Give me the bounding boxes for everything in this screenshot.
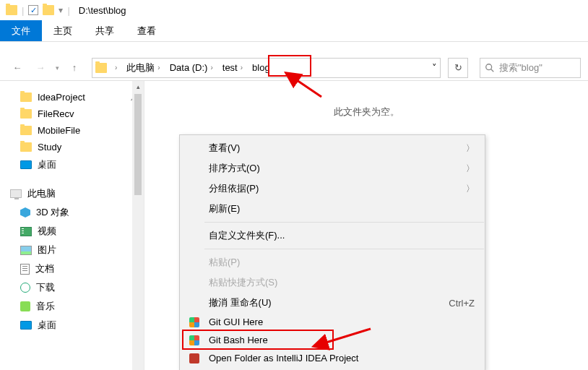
qat-checkbox[interactable] (28, 5, 38, 15)
sidebar: IdeaProject⚲ FileRecv MobileFile Study 桌… (0, 81, 144, 370)
pc-icon (10, 189, 22, 198)
crumb-d[interactable]: Data (D:)› (165, 61, 217, 74)
ctx-view[interactable]: 查看(V)〉 (180, 138, 485, 158)
chevron-right-icon: 〉 (466, 163, 475, 175)
sidebar-item-desktop2[interactable]: 桌面 (0, 316, 144, 335)
tab-file[interactable]: 文件 (0, 20, 42, 41)
refresh-button[interactable]: ↻ (448, 58, 468, 78)
window-title: D:\test\blog (79, 5, 126, 16)
folder-icon (20, 109, 32, 119)
sidebar-item-3d[interactable]: 3D 对象 (0, 203, 144, 222)
search-icon (485, 63, 495, 73)
desktop-icon (20, 321, 32, 330)
chevron-right-icon: 〉 (466, 142, 475, 155)
tab-home[interactable]: 主页 (42, 20, 84, 41)
folder-icon (20, 92, 32, 102)
sidebar-item-filerecv[interactable]: FileRecv (0, 106, 144, 122)
folder-icon (6, 5, 17, 15)
sidebar-item-downloads[interactable]: 下载 (0, 278, 144, 297)
ctx-intellij[interactable]: Open Folder as IntelliJ IDEA Project (180, 349, 485, 367)
tab-view[interactable]: 查看 (126, 20, 168, 41)
titlebar: | ▾ | D:\test\blog (0, 0, 588, 20)
address-bar[interactable]: › 此电脑› Data (D:)› test› blog ˅ (92, 58, 441, 78)
3d-icon (20, 207, 30, 218)
svg-point-0 (486, 64, 492, 69)
search-box[interactable]: 搜索"blog" (480, 58, 581, 78)
ctx-separator (204, 249, 484, 249)
empty-folder-message: 此文件夹为空。 (144, 81, 588, 119)
context-menu: 查看(V)〉 排序方式(O)〉 分组依据(P)〉 刷新(E) 自定义文件夹(F)… (179, 134, 485, 370)
ctx-undo[interactable]: 撤消 重命名(U)Ctrl+Z (180, 293, 485, 313)
sidebar-item-video[interactable]: 视频 (0, 222, 144, 241)
ctx-customize[interactable]: 自定义文件夹(F)... (180, 225, 485, 246)
sidebar-item-docs[interactable]: 文档 (0, 259, 144, 278)
sidebar-item-mobilefile[interactable]: MobileFile (0, 122, 144, 139)
qat-overflow[interactable]: ▾ (59, 5, 63, 15)
sidebar-item-music[interactable]: 音乐 (0, 297, 144, 316)
addr-dropdown[interactable]: ˅ (432, 62, 437, 73)
tab-share[interactable]: 共享 (84, 20, 126, 41)
crumb-test[interactable]: test› (218, 61, 247, 74)
scroll-thumb[interactable] (134, 94, 142, 195)
music-icon (20, 301, 30, 311)
ctx-group[interactable]: 分组依据(P)〉 (180, 178, 485, 199)
addr-folder-icon (95, 63, 107, 73)
sidebar-scrollbar[interactable]: ▴ (132, 81, 144, 370)
svg-line-1 (491, 69, 494, 72)
navbar: ← → ▾ ↑ › 此电脑› Data (D:)› test› blog ˅ ↻… (0, 55, 588, 81)
chevron-right-icon: 〉 (466, 183, 475, 195)
sidebar-item-desktop[interactable]: 桌面 (0, 155, 144, 174)
up-button[interactable]: ↑ (64, 58, 85, 78)
picture-icon (20, 246, 32, 255)
qat-folder-icon (43, 5, 54, 15)
crumb-sep-0[interactable]: › (108, 62, 121, 73)
back-button[interactable]: ← (7, 58, 27, 78)
ctx-paste-shortcut: 粘贴快捷方式(S) (180, 272, 485, 293)
folder-icon (20, 126, 32, 135)
sidebar-item-ideaproject[interactable]: IdeaProject⚲ (0, 88, 144, 106)
folder-icon (20, 142, 32, 152)
ctx-sort[interactable]: 排序方式(O)〉 (180, 158, 485, 178)
crumb-pc[interactable]: 此电脑› (122, 60, 164, 76)
ribbon-tabs: 文件 主页 共享 查看 (0, 20, 588, 42)
ctx-refresh[interactable]: 刷新(E) (180, 199, 485, 219)
qat-separator-2: | (67, 5, 69, 16)
ctx-paste: 粘贴(P) (180, 252, 485, 272)
ctx-git-gui[interactable]: Git GUI Here (180, 313, 485, 331)
video-icon (20, 227, 32, 236)
forward-button[interactable]: → (30, 58, 51, 78)
scroll-up[interactable]: ▴ (132, 81, 144, 92)
sidebar-item-pictures[interactable]: 图片 (0, 241, 144, 259)
ctx-separator (204, 222, 484, 223)
download-icon (20, 283, 30, 293)
sidebar-item-study[interactable]: Study (0, 139, 144, 155)
search-placeholder: 搜索"blog" (499, 61, 542, 74)
qat-separator: | (22, 5, 24, 16)
history-dropdown[interactable]: ▾ (53, 64, 61, 72)
ctx-git-bash[interactable]: Git Bash Here (180, 331, 485, 349)
intellij-icon (189, 353, 200, 364)
crumb-blog[interactable]: blog (248, 61, 274, 74)
sidebar-this-pc[interactable]: 此电脑 (0, 184, 144, 203)
git-icon (189, 317, 200, 328)
doc-icon (20, 264, 30, 275)
git-icon (189, 335, 200, 346)
desktop-icon (20, 160, 32, 169)
